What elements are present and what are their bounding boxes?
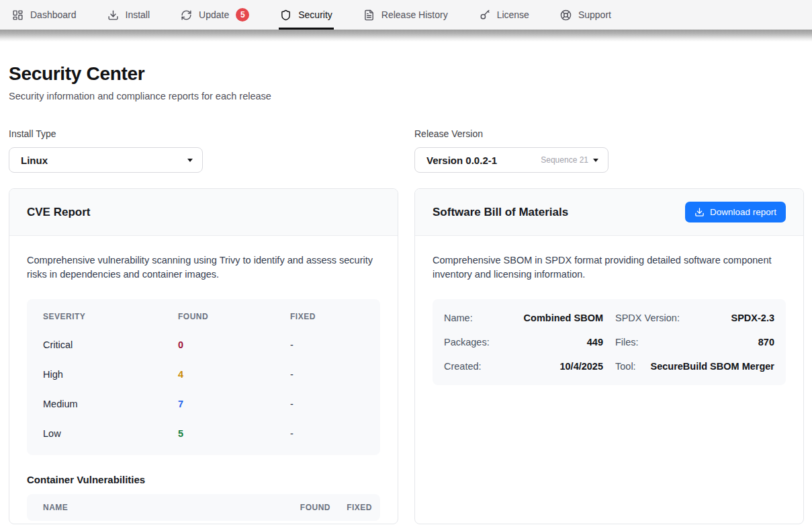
install-type-field: Install Type Linux <box>9 128 398 173</box>
nav-item-security[interactable]: Security <box>280 0 332 30</box>
cve-report-card-body: Comprehensive vulnerability scanning usi… <box>9 236 398 524</box>
nav-scroll-shadow <box>0 30 812 42</box>
download-icon <box>694 207 705 217</box>
nav-item-label: Install <box>126 9 150 20</box>
nav-item-release-history[interactable]: Release History <box>363 0 448 30</box>
cve-report-card-header: CVE Report <box>9 189 398 236</box>
download-icon <box>107 9 119 21</box>
nav-item-label: Release History <box>381 9 448 20</box>
severity-label: High <box>43 369 178 380</box>
severity-table: SEVERITY FOUND FIXED Critical 0 - High 4… <box>27 299 380 455</box>
detail-label: Created: <box>444 361 482 372</box>
detail-value: SecureBuild SBOM Merger <box>650 361 774 372</box>
detail-value: 449 <box>587 337 603 348</box>
detail-label: Name: <box>444 313 473 323</box>
nav-item-dashboard[interactable]: Dashboard <box>12 0 77 30</box>
detail-label: SPDX Version: <box>615 313 680 323</box>
filters-row: Install Type Linux Release Version Versi… <box>9 128 803 173</box>
install-type-value: Linux <box>21 155 48 166</box>
top-navigation: Dashboard Install Update 5 Security Rele… <box>0 0 812 30</box>
table-row-low: Low 5 - <box>27 419 380 448</box>
fixed-column-header: FIXED <box>290 312 364 321</box>
refresh-icon <box>181 9 192 21</box>
sbom-card-header: Software Bill of Materials Download repo… <box>415 189 803 236</box>
release-version-label: Release Version <box>414 128 804 139</box>
install-type-label: Install Type <box>9 128 398 139</box>
install-type-select[interactable]: Linux <box>9 147 203 173</box>
download-report-button[interactable]: Download report <box>685 202 786 222</box>
detail-value: SPDX-2.3 <box>731 313 774 323</box>
nav-item-label: License <box>497 9 529 20</box>
found-count: 0 <box>178 339 290 350</box>
download-report-label: Download report <box>710 207 776 217</box>
nav-item-label: Dashboard <box>30 9 77 20</box>
page-title: Security Center <box>9 63 803 85</box>
release-version-value: Version 0.0.2-1 <box>426 155 497 166</box>
nav-item-update[interactable]: Update 5 <box>181 0 249 30</box>
chevron-down-icon <box>593 159 598 162</box>
cve-report-title: CVE Report <box>27 206 90 219</box>
found-column-header: FOUND <box>178 312 290 321</box>
severity-label: Critical <box>43 339 178 350</box>
cve-report-card: CVE Report Comprehensive vulnerability s… <box>9 188 398 524</box>
cve-report-description: Comprehensive vulnerability scanning usi… <box>27 253 380 282</box>
detail-label: Files: <box>615 337 639 348</box>
sbom-card: Software Bill of Materials Download repo… <box>414 188 804 524</box>
found-count: 4 <box>178 369 290 380</box>
severity-column-header: SEVERITY <box>43 312 178 321</box>
detail-label: Tool: <box>615 361 636 372</box>
severity-label: Medium <box>43 399 178 409</box>
found-column-header: FOUND <box>277 503 330 512</box>
release-sequence-label: Sequence 21 <box>541 155 588 165</box>
dashboard-icon <box>12 9 24 21</box>
fixed-count: - <box>290 428 364 439</box>
name-column-header: NAME <box>43 503 277 512</box>
sbom-detail-spdx-version: SPDX Version: SPDX-2.3 <box>615 306 774 330</box>
detail-label: Packages: <box>444 337 490 348</box>
nav-item-support[interactable]: Support <box>560 0 611 30</box>
update-count-badge: 5 <box>236 8 249 22</box>
release-version-select[interactable]: Version 0.0.2-1 Sequence 21 <box>414 147 608 173</box>
fixed-count: - <box>290 369 364 380</box>
shield-icon <box>280 9 291 21</box>
sbom-detail-files: Files: 870 <box>615 330 774 354</box>
life-buoy-icon <box>560 9 572 21</box>
fixed-count: - <box>290 339 364 350</box>
sbom-detail-created: Created: 10/4/2025 <box>444 354 603 378</box>
sbom-details-panel: Name: Combined SBOM SPDX Version: SPDX-2… <box>433 299 786 385</box>
sbom-detail-packages: Packages: 449 <box>444 330 603 354</box>
severity-label: Low <box>43 428 178 439</box>
nav-item-install[interactable]: Install <box>107 0 150 30</box>
sbom-title: Software Bill of Materials <box>433 206 568 219</box>
found-count: 7 <box>178 399 290 409</box>
detail-value: 10/4/2025 <box>559 361 603 372</box>
container-vulnerabilities-table-header: NAME FOUND FIXED <box>27 494 380 521</box>
sbom-detail-name: Name: Combined SBOM <box>444 306 603 330</box>
nav-item-label: Support <box>578 9 611 20</box>
nav-item-license[interactable]: License <box>479 0 529 30</box>
nav-item-label: Security <box>298 9 332 20</box>
table-row-medium: Medium 7 - <box>27 389 380 419</box>
severity-table-header: SEVERITY FOUND FIXED <box>27 303 380 330</box>
sbom-card-body: Comprehensive SBOM in SPDX format provid… <box>415 236 803 403</box>
report-cards: CVE Report Comprehensive vulnerability s… <box>9 188 803 524</box>
sbom-detail-tool: Tool: SecureBuild SBOM Merger <box>615 354 774 378</box>
detail-value: 870 <box>758 337 774 348</box>
page-subtitle: Security information and compliance repo… <box>9 91 803 101</box>
table-row-high: High 4 - <box>27 360 380 389</box>
release-version-field: Release Version Version 0.0.2-1 Sequence… <box>414 128 804 173</box>
key-icon <box>479 9 490 21</box>
chevron-down-icon <box>187 159 193 162</box>
nav-item-label: Update <box>199 9 229 20</box>
container-vulnerabilities-title: Container Vulnerabilities <box>27 474 380 485</box>
fixed-count: - <box>290 399 364 409</box>
sbom-description: Comprehensive SBOM in SPDX format provid… <box>433 253 786 282</box>
fixed-column-header: FIXED <box>330 503 372 512</box>
table-row-critical: Critical 0 - <box>27 330 380 360</box>
detail-value: Combined SBOM <box>524 313 603 323</box>
file-text-icon <box>363 9 375 21</box>
found-count: 5 <box>178 428 290 439</box>
security-center-page: Security Center Security information and… <box>0 63 812 524</box>
